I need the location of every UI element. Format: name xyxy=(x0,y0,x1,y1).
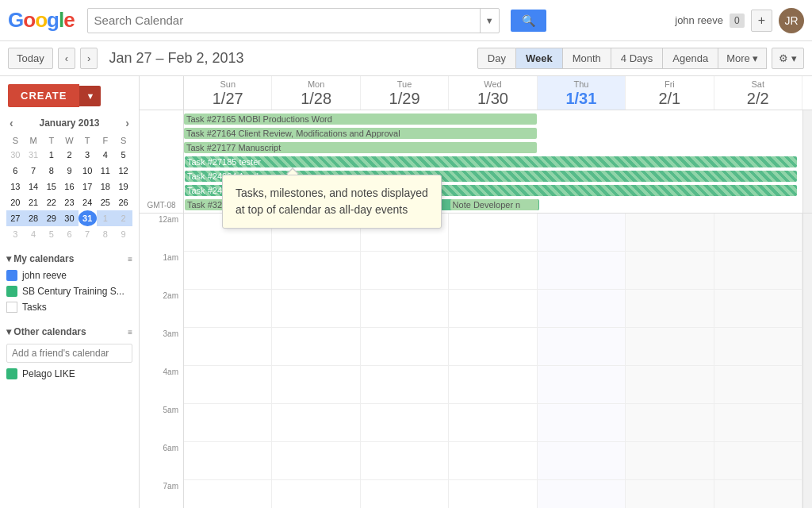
time-col-fri[interactable] xyxy=(626,480,714,508)
mini-cal-day[interactable]: 10 xyxy=(79,163,97,179)
mini-cal-day[interactable]: 5 xyxy=(42,226,60,242)
time-col-fri[interactable] xyxy=(626,214,714,251)
time-col-tue[interactable] xyxy=(361,366,449,403)
time-col-tue[interactable] xyxy=(361,328,449,365)
mini-cal-day[interactable]: 17 xyxy=(79,179,97,194)
mini-cal-day[interactable]: 16 xyxy=(60,179,79,194)
time-col-fri[interactable] xyxy=(626,366,714,403)
mini-cal-day[interactable]: 8 xyxy=(97,226,115,242)
calendar-item-tasks[interactable]: Tasks xyxy=(0,299,139,315)
mini-cal-day[interactable]: 9 xyxy=(114,226,132,242)
time-col-fri[interactable] xyxy=(626,442,714,479)
time-col-tue[interactable] xyxy=(361,252,449,289)
settings-button[interactable]: ⚙ ▾ xyxy=(772,48,804,69)
time-col-thu[interactable] xyxy=(538,290,626,327)
calendar-item-sb[interactable]: SB Century Training S... xyxy=(0,283,139,299)
mini-cal-day[interactable]: 27 xyxy=(6,210,25,226)
allday-event-27164[interactable]: Task #27164 Client Review, Modifications… xyxy=(184,128,537,139)
mini-cal-day[interactable]: 24 xyxy=(79,194,97,210)
time-col-tue[interactable] xyxy=(361,404,449,441)
time-col-sat[interactable] xyxy=(714,214,802,251)
mini-cal-day[interactable]: 11 xyxy=(97,163,115,179)
mini-cal-next[interactable]: › xyxy=(122,115,132,131)
mini-cal-day[interactable]: 6 xyxy=(6,163,25,179)
time-col-wed[interactable] xyxy=(449,480,537,508)
time-col-sun[interactable] xyxy=(184,252,272,289)
time-col-mon[interactable] xyxy=(272,252,360,289)
agenda-view-button[interactable]: Agenda xyxy=(663,48,718,69)
more-button[interactable]: More ▾ xyxy=(718,48,767,69)
time-col-thu[interactable] xyxy=(538,442,626,479)
time-col-sat[interactable] xyxy=(714,366,802,403)
mini-cal-day[interactable]: 8 xyxy=(42,163,60,179)
time-col-sun[interactable] xyxy=(184,366,272,403)
mini-cal-day[interactable]: 6 xyxy=(60,226,79,242)
create-main-button[interactable]: CREATE xyxy=(8,84,79,107)
mini-cal-day[interactable]: 18 xyxy=(97,179,115,194)
time-col-fri[interactable] xyxy=(626,328,714,365)
allday-event-27185[interactable]: Task #27185 tester xyxy=(185,156,797,167)
time-col-sat[interactable] xyxy=(714,442,802,479)
week-view-button[interactable]: Week xyxy=(516,48,563,69)
mini-cal-day[interactable]: 28 xyxy=(25,210,43,226)
notification-badge[interactable]: 0 xyxy=(730,13,745,28)
mini-cal-day[interactable]: 12 xyxy=(114,163,132,179)
allday-event-27177[interactable]: Task #27177 Manuscript xyxy=(184,142,537,153)
month-view-button[interactable]: Month xyxy=(563,48,611,69)
mini-cal-day[interactable]: 1 xyxy=(42,147,60,163)
mini-cal-day[interactable]: 7 xyxy=(79,226,97,242)
prev-button[interactable]: ‹ xyxy=(58,48,75,69)
time-col-sat[interactable] xyxy=(714,328,802,365)
time-col-wed[interactable] xyxy=(449,404,537,441)
create-dropdown-button[interactable]: ▼ xyxy=(79,86,101,106)
search-button[interactable]: 🔍 xyxy=(511,10,546,32)
time-col-sun[interactable] xyxy=(184,442,272,479)
time-col-mon[interactable] xyxy=(272,480,360,508)
time-col-sun[interactable] xyxy=(184,290,272,327)
mini-cal-day[interactable]: 3 xyxy=(79,147,97,163)
time-col-mon[interactable] xyxy=(272,290,360,327)
mini-cal-day[interactable]: 14 xyxy=(25,179,43,194)
allday-event-27165[interactable]: Task #27165 MOBI Productions Word xyxy=(184,114,537,125)
time-col-sun[interactable] xyxy=(184,480,272,508)
time-col-mon[interactable] xyxy=(272,442,360,479)
calendar-checkbox-tasks[interactable] xyxy=(6,302,17,313)
time-col-thu[interactable] xyxy=(538,214,626,251)
today-button[interactable]: Today xyxy=(8,48,53,69)
mini-cal-day[interactable]: 30 xyxy=(6,147,25,163)
mini-cal-day[interactable]: 2 xyxy=(114,210,132,226)
mini-cal-day[interactable]: 7 xyxy=(25,163,43,179)
time-col-tue[interactable] xyxy=(361,480,449,508)
time-col-sat[interactable] xyxy=(714,252,802,289)
time-col-thu[interactable] xyxy=(538,366,626,403)
scrollbar-top[interactable] xyxy=(802,110,812,213)
other-calendars-toggle[interactable]: ≡ xyxy=(128,328,132,337)
time-col-thu[interactable] xyxy=(538,480,626,508)
mini-cal-day[interactable]: 22 xyxy=(42,194,60,210)
time-col-sat[interactable] xyxy=(714,480,802,508)
day-view-button[interactable]: Day xyxy=(477,48,516,69)
mini-cal-day[interactable]: 9 xyxy=(60,163,79,179)
mini-cal-day[interactable]: 31 xyxy=(79,210,97,226)
mini-cal-day[interactable]: 23 xyxy=(60,194,79,210)
calendar-item-pelago[interactable]: Pelago LIKE xyxy=(0,366,139,382)
time-col-fri[interactable] xyxy=(626,252,714,289)
mini-cal-day[interactable]: 4 xyxy=(97,147,115,163)
avatar[interactable]: JR xyxy=(779,8,804,33)
time-col-mon[interactable] xyxy=(272,328,360,365)
time-col-thu[interactable] xyxy=(538,404,626,441)
mini-cal-day[interactable]: 4 xyxy=(25,226,43,242)
search-dropdown[interactable]: ▼ xyxy=(480,9,499,33)
four-days-view-button[interactable]: 4 Days xyxy=(611,48,663,69)
mini-cal-day[interactable]: 15 xyxy=(42,179,60,194)
mini-cal-day[interactable]: 31 xyxy=(25,147,43,163)
time-col-thu[interactable] xyxy=(538,328,626,365)
add-friend-input[interactable] xyxy=(6,344,132,363)
time-col-sun[interactable] xyxy=(184,404,272,441)
mini-cal-day[interactable]: 20 xyxy=(6,194,25,210)
time-col-wed[interactable] xyxy=(449,214,537,251)
mini-cal-day[interactable]: 21 xyxy=(25,194,43,210)
time-col-sat[interactable] xyxy=(714,404,802,441)
scrollbar[interactable] xyxy=(802,214,812,508)
time-col-wed[interactable] xyxy=(449,328,537,365)
